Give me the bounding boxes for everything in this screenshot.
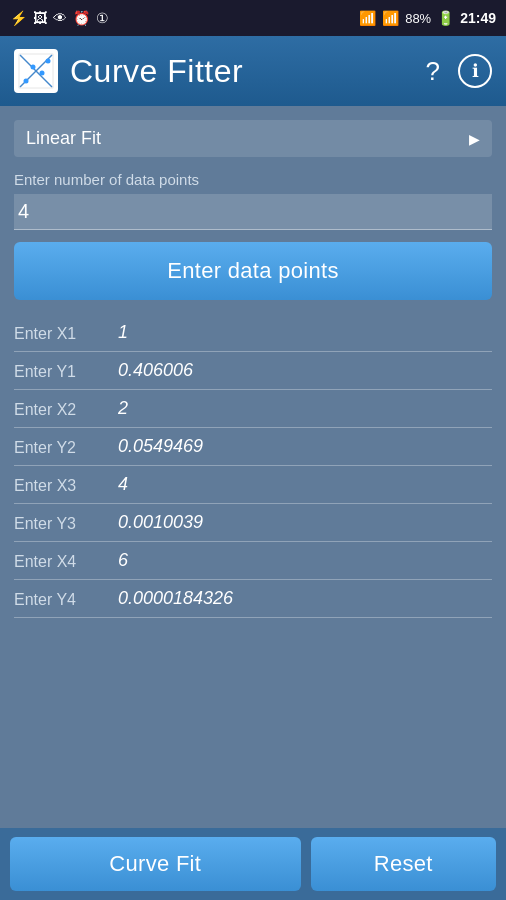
- signal-icon: 📶: [359, 10, 376, 26]
- svg-point-3: [24, 79, 29, 84]
- usb-icon: ⚡: [10, 10, 27, 26]
- y-input-2[interactable]: [114, 432, 492, 461]
- svg-point-5: [40, 71, 45, 76]
- y-label-1: Enter Y1: [14, 363, 114, 385]
- info-button[interactable]: ℹ: [458, 54, 492, 88]
- status-icons-right: 📶 📶 88% 🔋 21:49: [359, 10, 496, 26]
- x-input-3[interactable]: [114, 470, 492, 499]
- num-points-label: Enter number of data points: [14, 171, 492, 188]
- y-label-4: Enter Y4: [14, 591, 114, 613]
- alarm-icon: ⏰: [73, 10, 90, 26]
- fit-type-label: Linear Fit: [26, 128, 101, 149]
- y-input-3[interactable]: [114, 508, 492, 537]
- main-content: Linear Fit ▶ Enter number of data points…: [0, 106, 506, 828]
- x-label-4: Enter X4: [14, 553, 114, 575]
- data-row: Enter X4: [14, 546, 492, 580]
- battery-icon: 🔋: [437, 10, 454, 26]
- signal2-icon: 📶: [382, 10, 399, 26]
- x-input-1[interactable]: [114, 318, 492, 347]
- reset-button[interactable]: Reset: [311, 837, 497, 891]
- y-input-4[interactable]: [114, 584, 492, 613]
- y-input-1[interactable]: [114, 356, 492, 385]
- app-title: Curve Fitter: [70, 53, 408, 90]
- data-rows-container: Enter X1 Enter Y1 Enter X2 Enter Y2 Ente…: [14, 318, 492, 618]
- enter-data-button[interactable]: Enter data points: [14, 242, 492, 300]
- num-points-input[interactable]: [14, 194, 492, 230]
- y-label-2: Enter Y2: [14, 439, 114, 461]
- app-icon: [14, 49, 58, 93]
- data-row: Enter Y3: [14, 508, 492, 542]
- curve-fit-button[interactable]: Curve Fit: [10, 837, 301, 891]
- status-icons-left: ⚡ 🖼 👁 ⏰ ①: [10, 10, 109, 26]
- data-row: Enter Y1: [14, 356, 492, 390]
- help-button[interactable]: ?: [420, 50, 446, 93]
- data-row: Enter X1: [14, 318, 492, 352]
- x-label-2: Enter X2: [14, 401, 114, 423]
- status-bar: ⚡ 🖼 👁 ⏰ ① 📶 📶 88% 🔋 21:49: [0, 0, 506, 36]
- chevron-down-icon: ▶: [469, 131, 480, 147]
- data-row: Enter Y2: [14, 432, 492, 466]
- app-icon-svg: [18, 53, 54, 89]
- fit-type-dropdown[interactable]: Linear Fit ▶: [14, 120, 492, 157]
- bottom-bar: Curve Fit Reset: [0, 828, 506, 900]
- data-row: Enter Y4: [14, 584, 492, 618]
- x-label-1: Enter X1: [14, 325, 114, 347]
- x-input-2[interactable]: [114, 394, 492, 423]
- battery-label: 88%: [405, 11, 431, 26]
- image-icon: 🖼: [33, 10, 47, 26]
- eye-icon: 👁: [53, 10, 67, 26]
- clock: 21:49: [460, 10, 496, 26]
- x-label-3: Enter X3: [14, 477, 114, 499]
- x-input-4[interactable]: [114, 546, 492, 575]
- app-header: Curve Fitter ? ℹ: [0, 36, 506, 106]
- data-row: Enter X2: [14, 394, 492, 428]
- y-label-3: Enter Y3: [14, 515, 114, 537]
- notification-icon: ①: [96, 10, 109, 26]
- svg-point-4: [31, 65, 36, 70]
- data-row: Enter X3: [14, 470, 492, 504]
- svg-point-6: [46, 59, 51, 64]
- num-points-section: Enter number of data points: [14, 171, 492, 242]
